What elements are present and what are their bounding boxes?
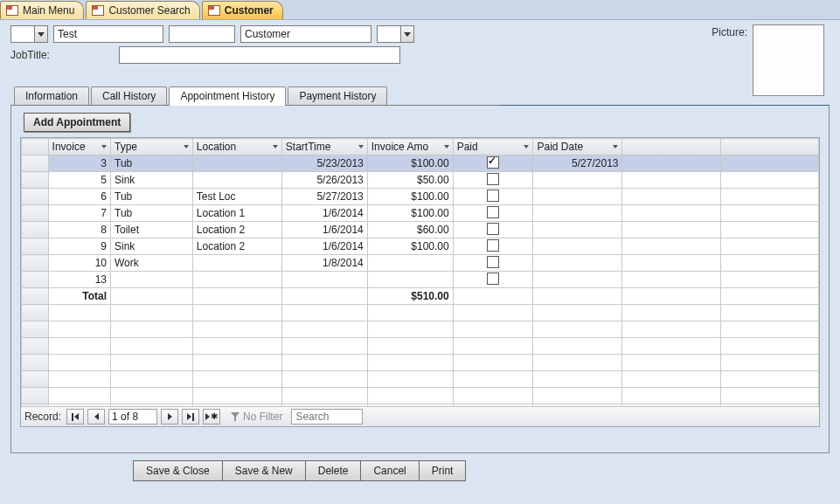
tab-appointment-history[interactable]: Appointment History	[169, 86, 286, 105]
checkbox-icon[interactable]	[487, 206, 499, 218]
nav-first-button[interactable]	[66, 409, 84, 425]
table-row[interactable]: 7TubLocation 11/6/2014$100.00	[22, 205, 819, 222]
checkbox-icon[interactable]	[487, 223, 499, 235]
cell-invoice[interactable]: 10	[48, 255, 110, 272]
col-blank[interactable]	[622, 139, 720, 155]
cell-starttime[interactable]: 1/6/2014	[281, 238, 367, 255]
table-row[interactable]: 5Sink5/26/2013$50.00	[22, 172, 819, 189]
checkbox-icon[interactable]	[487, 273, 499, 285]
table-row[interactable]: 3Tub5/23/2013$100.005/27/2013	[22, 155, 819, 172]
cell-location[interactable]: Location 2	[192, 222, 281, 238]
cell-type[interactable]	[111, 272, 193, 288]
col-paid-date[interactable]: Paid Date	[533, 139, 622, 155]
cell-paid-date[interactable]	[533, 238, 622, 255]
doc-tab-main-menu[interactable]: Main Menu	[0, 1, 84, 19]
tab-information[interactable]: Information	[14, 86, 89, 105]
cell-blank[interactable]	[720, 155, 818, 172]
cell-paid[interactable]	[453, 172, 533, 189]
cell-amount[interactable]	[367, 255, 453, 272]
row-header[interactable]	[22, 238, 49, 255]
col-location[interactable]: Location	[192, 139, 281, 155]
cell-starttime[interactable]: 1/8/2014	[281, 255, 367, 272]
cell-blank[interactable]	[622, 272, 720, 288]
col-starttime[interactable]: StartTime	[281, 139, 367, 155]
cell-paid[interactable]	[453, 272, 533, 288]
cell-location[interactable]: Test Loc	[192, 189, 281, 205]
checkbox-icon[interactable]	[487, 156, 499, 169]
cell-invoice[interactable]: 13	[48, 272, 110, 288]
row-header[interactable]	[22, 172, 49, 189]
cell-blank[interactable]	[720, 272, 818, 288]
cell-paid[interactable]	[453, 155, 533, 172]
cell-blank[interactable]	[622, 222, 720, 238]
checkbox-icon[interactable]	[487, 239, 499, 252]
col-invoice-amount[interactable]: Invoice Amo	[367, 139, 453, 155]
cell-paid[interactable]	[453, 238, 533, 255]
cell-invoice[interactable]: 6	[48, 189, 110, 205]
cell-amount[interactable]: $100.00	[367, 205, 453, 222]
checkbox-icon[interactable]	[487, 256, 499, 268]
cell-blank[interactable]	[720, 238, 818, 255]
cell-type[interactable]: Tub	[111, 189, 193, 205]
cell-starttime[interactable]: 5/26/2013	[281, 172, 367, 189]
cell-type[interactable]: Sink	[111, 238, 193, 255]
cell-location[interactable]	[192, 255, 281, 272]
cell-starttime[interactable]: 5/23/2013	[281, 155, 367, 172]
cell-amount[interactable]: $50.00	[367, 172, 453, 189]
cell-blank[interactable]	[622, 238, 720, 255]
cell-paid-date[interactable]: 5/27/2013	[533, 155, 622, 172]
cell-starttime[interactable]	[281, 272, 367, 288]
nav-new-button[interactable]: ✱	[203, 409, 220, 425]
cell-location[interactable]	[192, 172, 281, 189]
save-close-button[interactable]: Save & Close	[133, 460, 223, 481]
row-header[interactable]	[22, 255, 49, 272]
cell-blank[interactable]	[622, 255, 720, 272]
col-paid[interactable]: Paid	[453, 139, 533, 155]
cell-paid-date[interactable]	[533, 255, 622, 272]
cell-paid-date[interactable]	[533, 205, 622, 222]
cell-blank[interactable]	[720, 205, 818, 222]
cell-location[interactable]	[192, 155, 281, 172]
jobtitle-field[interactable]	[119, 46, 400, 64]
select-all-header[interactable]	[22, 139, 49, 155]
table-row[interactable]: 9SinkLocation 21/6/2014$100.00	[22, 238, 819, 255]
cell-blank[interactable]	[622, 205, 720, 222]
row-header[interactable]	[22, 222, 49, 238]
row-header[interactable]	[22, 189, 49, 205]
table-row[interactable]: 6TubTest Loc5/27/2013$100.00	[22, 189, 819, 205]
doc-tab-customer[interactable]: Customer	[202, 1, 283, 19]
middle-name-field[interactable]	[169, 25, 235, 43]
cell-amount[interactable]: $100.00	[367, 189, 453, 205]
table-row[interactable]: 10Work1/8/2014	[22, 255, 819, 272]
nav-next-button[interactable]	[161, 409, 178, 425]
checkbox-icon[interactable]	[487, 173, 499, 185]
cell-blank[interactable]	[622, 172, 720, 189]
cell-paid[interactable]	[453, 255, 533, 272]
col-type[interactable]: Type	[111, 139, 193, 155]
print-button[interactable]: Print	[419, 460, 467, 481]
cell-amount[interactable]: $60.00	[367, 222, 453, 238]
nav-last-button[interactable]	[182, 409, 199, 425]
cell-type[interactable]: Sink	[111, 172, 193, 189]
cell-blank[interactable]	[720, 172, 818, 189]
table-row[interactable]: 8ToiletLocation 21/6/2014$60.00	[22, 222, 819, 238]
col-blank[interactable]	[720, 139, 818, 155]
cell-type[interactable]: Tub	[111, 155, 193, 172]
cancel-button[interactable]: Cancel	[360, 460, 419, 481]
checkbox-icon[interactable]	[487, 190, 499, 202]
cell-blank[interactable]	[720, 189, 818, 205]
cell-invoice[interactable]: 9	[48, 238, 110, 255]
cell-amount[interactable]: $100.00	[367, 155, 453, 172]
cell-invoice[interactable]: 7	[48, 205, 110, 222]
doc-tab-customer-search[interactable]: Customer Search	[86, 1, 199, 19]
row-header[interactable]	[22, 272, 49, 288]
record-position[interactable]: 1 of 8	[108, 409, 157, 425]
cell-amount[interactable]: $100.00	[367, 238, 453, 255]
cell-paid[interactable]	[453, 222, 533, 238]
cell-paid[interactable]	[453, 189, 533, 205]
cell-type[interactable]: Work	[111, 255, 193, 272]
tab-call-history[interactable]: Call History	[91, 86, 167, 105]
nav-prev-button[interactable]	[87, 409, 105, 425]
cell-location[interactable]: Location 1	[192, 205, 281, 222]
cell-blank[interactable]	[720, 255, 818, 272]
